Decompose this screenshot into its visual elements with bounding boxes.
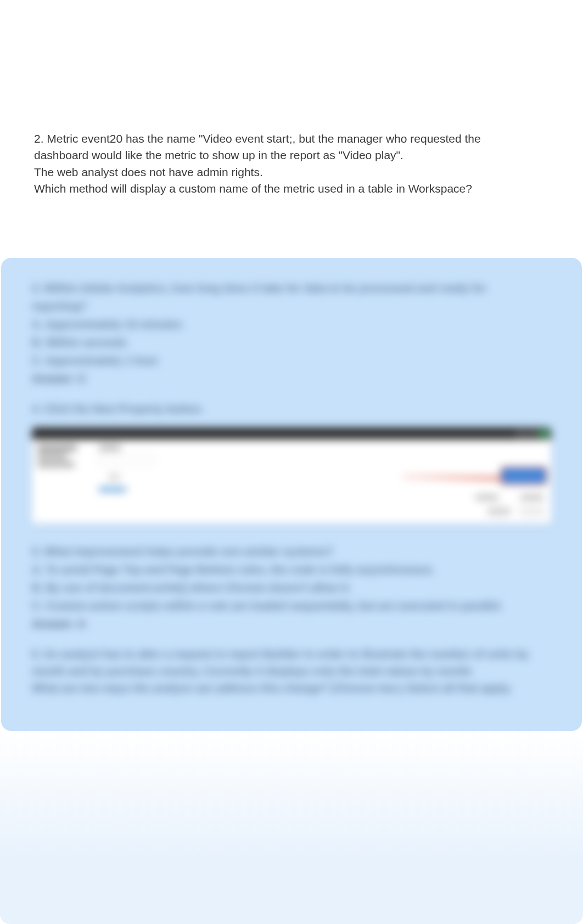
footer-btn — [487, 508, 511, 515]
toolbar-box-2 — [528, 429, 537, 438]
blurred-content: 3. Within Adobe Analytics, how long does… — [32, 280, 551, 697]
q3-option-b: B. Within seconds — [32, 334, 551, 351]
q3-text2: reporting? — [32, 298, 551, 315]
screenshot-toolbar — [32, 427, 551, 440]
main-link — [99, 487, 126, 492]
q3-text: 3. Within Adobe Analytics, how long does… — [32, 280, 551, 297]
main-small — [109, 475, 120, 479]
footer-btn — [520, 508, 543, 515]
sidebar-item — [37, 445, 77, 451]
q3-answer: Answer: C — [32, 370, 551, 387]
main-input — [99, 455, 154, 465]
question-line-3: The web analyst does not have admin righ… — [34, 164, 549, 181]
q5-option-a: A. To avoid Page Top and Page Bottom rul… — [32, 561, 551, 578]
question-line-4: Which method will display a custom name … — [34, 181, 549, 197]
toolbar-box-1 — [516, 429, 526, 438]
question-line-1: 2. Metric event20 has the name "Video ev… — [34, 131, 549, 147]
new-property-button — [501, 467, 547, 484]
q6-text1: 6. An analyst has to alter a request in … — [32, 646, 551, 663]
sidebar-item — [37, 453, 67, 459]
q5-option-c: C. Custom action scripts within a rule a… — [32, 598, 551, 615]
blurred-preview-panel: 3. Within Adobe Analytics, how long does… — [1, 258, 582, 731]
q5-answer: Answer: A — [32, 616, 551, 633]
footer-label — [520, 495, 543, 500]
embedded-screenshot — [32, 427, 551, 523]
q6-text2: month and by purchase country. Currently… — [32, 663, 551, 680]
q6-text3: What are two ways the analyst can addres… — [32, 680, 551, 697]
bottom-fade-overlay — [0, 731, 583, 924]
q3-option-a: A. Approximately 15 minutes — [32, 316, 551, 333]
q3-option-c: C. Approximately 1 hour — [32, 352, 551, 369]
screenshot-body — [32, 440, 551, 522]
sidebar-item — [37, 461, 75, 467]
main-label — [99, 445, 121, 450]
q5-option-b: B. By use of document.write() where Chro… — [32, 579, 551, 596]
screenshot-sidebar — [32, 440, 92, 522]
q4-text: 4. Click the New Property button. — [32, 401, 551, 418]
question-block: 2. Metric event20 has the name "Video ev… — [34, 131, 549, 198]
question-line-2: dashboard would like the metric to show … — [34, 147, 549, 164]
q5-text: 5. What improvement helps provide non-si… — [32, 543, 551, 560]
toolbar-box-green — [539, 429, 549, 438]
footer-label — [475, 495, 498, 500]
